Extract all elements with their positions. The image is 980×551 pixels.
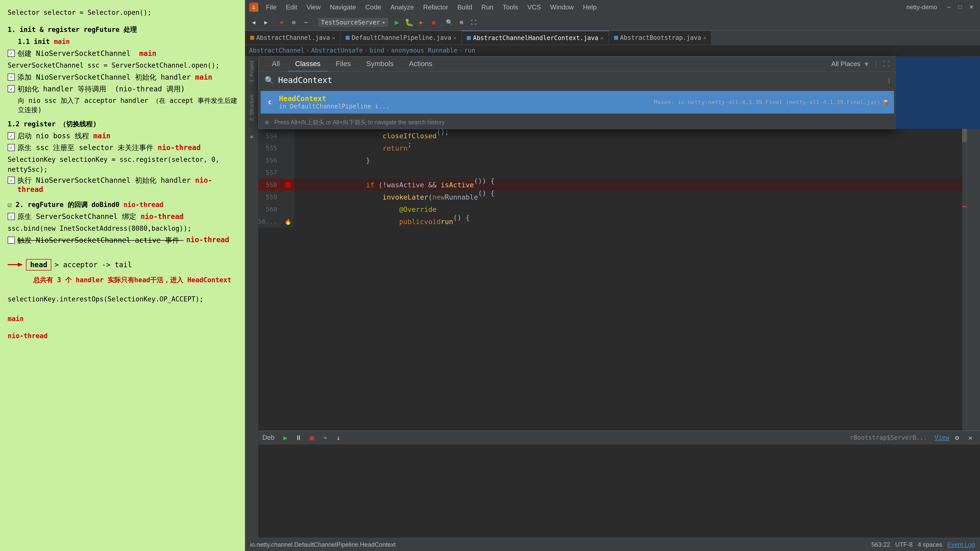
search-result-0[interactable]: C HeadContext in DefaultChannelPipeline … xyxy=(261,91,894,113)
checkbox-icon[interactable] xyxy=(8,85,15,92)
tab-abstractchannelhandlercontext[interactable]: AbstractChannelHandlerContext.java ✕ xyxy=(462,30,609,45)
flame-icon: 🔥 xyxy=(285,218,291,225)
structure-panel-tab[interactable]: 2: Structure xyxy=(246,92,258,123)
subsection-1-2: 1.2 register （切换线程) xyxy=(8,119,237,129)
coverage-button[interactable]: ▶ xyxy=(416,17,427,28)
debug-step-over-button[interactable]: ↷ xyxy=(320,432,331,443)
tab-close-abstractchannelhandlercontext[interactable]: ✕ xyxy=(600,35,604,41)
gutter-554 xyxy=(281,130,294,142)
menu-help[interactable]: Help xyxy=(578,1,601,13)
toolbar: ◀ ▶ ⚒ ⚙ ⋯ TestSourceServer ▾ ▶ 🐛 ▶ ■ 🔍 ⊞… xyxy=(245,14,980,30)
breakpoint-icon-558[interactable] xyxy=(285,182,291,188)
bc-abstractchannel[interactable]: AbstractChannel xyxy=(249,47,304,54)
jar-icon: 📦 xyxy=(883,99,889,105)
debug-pause-button[interactable]: ⏸ xyxy=(293,432,304,443)
more-button[interactable]: ⋯ xyxy=(301,17,312,28)
menu-window[interactable]: Window xyxy=(546,1,578,13)
result-name-container: HeadContext in DefaultChannelPipeline i.… xyxy=(279,94,390,110)
search-tab-files[interactable]: Files xyxy=(329,56,358,72)
search-tab-classes[interactable]: Classes xyxy=(288,56,328,72)
code-ssc-bind: ssc.bind(new InetSocketAddress(8080,back… xyxy=(8,224,237,234)
search-input-field[interactable]: HeadContext xyxy=(278,75,884,85)
bc-abstractunsafe[interactable]: AbstractUnsafe xyxy=(311,47,363,54)
tab-close-defaultchannelpipeline[interactable]: ✕ xyxy=(453,35,456,41)
settings-button[interactable]: ⚙ xyxy=(288,17,299,28)
code-interestops: selectionKey.interestOps(SelectionKey.OP… xyxy=(8,294,237,304)
line-num-557: 557 xyxy=(258,166,281,178)
checkbox-icon[interactable] xyxy=(8,213,15,220)
menu-build[interactable]: Build xyxy=(453,1,477,13)
checkbox-icon[interactable] xyxy=(8,144,15,151)
debug-step-into-button[interactable]: ↓ xyxy=(333,432,344,443)
stop-button[interactable]: ■ xyxy=(428,17,439,28)
vertical-panel-tabs: 1: Project 2: Structure ★ xyxy=(245,56,258,538)
checkbox-icon[interactable] xyxy=(8,237,15,244)
tab-abstractbootstrap[interactable]: AbstractBootstrap.java ✕ xyxy=(609,30,712,45)
tab-close-abstractbootstrap[interactable]: ✕ xyxy=(703,35,706,41)
nio-thread-label: nio-thread xyxy=(8,331,237,341)
checkbox-bind: 原生 ServerSocketChannel 绑定 nio-thread xyxy=(8,212,237,221)
code-text-557 xyxy=(294,166,300,178)
search-hint-text: Press Alt+向上箭头 or Alt+向下箭头 to navigate t… xyxy=(274,118,445,126)
build-button[interactable]: ⚒ xyxy=(276,17,287,28)
layout-button[interactable]: ⊞ xyxy=(456,17,467,28)
back-button[interactable]: ◀ xyxy=(248,17,259,28)
search-filter-icon[interactable]: ▼ xyxy=(864,60,869,68)
menu-refactor[interactable]: Refactor xyxy=(418,1,453,13)
search-expand-icon[interactable]: ⛶ xyxy=(883,60,890,68)
search-everywhere-button[interactable]: 🔍 xyxy=(444,17,455,28)
svg-marker-1 xyxy=(18,263,23,267)
app-icon: i xyxy=(249,3,258,12)
bc-bind[interactable]: bind xyxy=(369,47,384,54)
minimize-button[interactable]: ─ xyxy=(944,3,953,12)
favorites-panel-tab[interactable]: ★ xyxy=(246,131,258,143)
line-num-559: 559 xyxy=(258,191,281,203)
debug-close-icon[interactable]: ✕ xyxy=(965,432,976,443)
debug-resume-button[interactable]: ▶ xyxy=(280,432,291,443)
debug-settings-icon[interactable]: ⚙ xyxy=(951,432,963,443)
menu-vcs[interactable]: VCS xyxy=(523,1,546,13)
status-bar-right: 563:22 UTF-8 4 spaces Event Log xyxy=(871,541,975,548)
maximize-button[interactable]: □ xyxy=(956,3,965,12)
tab-abstractchannel[interactable]: AbstractChannel.java ✕ xyxy=(245,30,340,45)
menu-navigate[interactable]: Navigate xyxy=(325,1,361,13)
result-name: HeadContext xyxy=(279,94,390,103)
search-filter-funnel-icon[interactable]: ⋮ xyxy=(873,60,879,68)
checkbox-icon[interactable] xyxy=(8,132,15,139)
search-tab-actions[interactable]: Actions xyxy=(402,56,439,72)
checkbox-icon[interactable] xyxy=(8,177,15,184)
menu-file[interactable]: File xyxy=(261,1,281,13)
menu-code[interactable]: Code xyxy=(361,1,386,13)
tab-close-abstractchannel[interactable]: ✕ xyxy=(332,35,335,41)
debug-header-right: rBootstrap$ServerB... View ⚙ ✕ xyxy=(850,432,976,443)
debug-view-link[interactable]: View xyxy=(935,434,950,441)
status-encoding[interactable]: UTF-8 xyxy=(895,541,913,548)
search-tab-all[interactable]: All xyxy=(265,56,287,72)
window-title: netty-demo xyxy=(907,3,937,11)
run-button[interactable]: ▶ xyxy=(391,17,402,28)
debug-button[interactable]: 🐛 xyxy=(404,17,415,28)
menu-run[interactable]: Run xyxy=(477,1,498,13)
bc-run[interactable]: run xyxy=(464,47,475,54)
menu-edit[interactable]: Edit xyxy=(281,1,302,13)
close-button[interactable]: ✕ xyxy=(967,3,976,12)
checkbox-icon[interactable] xyxy=(8,73,15,81)
search-tab-symbols[interactable]: Symbols xyxy=(359,56,401,72)
debug-stop-button[interactable]: ■ xyxy=(306,432,318,443)
menu-view[interactable]: View xyxy=(302,1,325,13)
checkbox-start-boss: 启动 nio boss 线程 main xyxy=(8,131,237,141)
fullscreen-button[interactable]: ⛶ xyxy=(468,17,479,28)
search-dropdown-label[interactable]: All Places xyxy=(831,60,860,68)
tab-label-abstractchannelhandlercontext: AbstractChannelHandlerContext.java xyxy=(473,35,598,41)
menu-analyze[interactable]: Analyze xyxy=(386,1,418,13)
status-indent[interactable]: 4 spaces xyxy=(918,541,942,548)
bc-anonymous-runnable[interactable]: anonymous Runnable xyxy=(391,47,457,54)
event-log-link[interactable]: Event Log xyxy=(947,541,975,548)
project-panel-tab[interactable]: 1: Project xyxy=(246,59,258,84)
forward-button[interactable]: ▶ xyxy=(260,17,272,28)
menu-tools[interactable]: Tools xyxy=(498,1,523,13)
tab-defaultchannelpipeline[interactable]: DefaultChannelPipeline.java ✕ xyxy=(340,30,462,45)
run-config[interactable]: TestSourceServer ▾ xyxy=(318,18,388,27)
checkbox-icon[interactable] xyxy=(8,50,15,57)
status-position[interactable]: 563:22 xyxy=(871,541,890,548)
